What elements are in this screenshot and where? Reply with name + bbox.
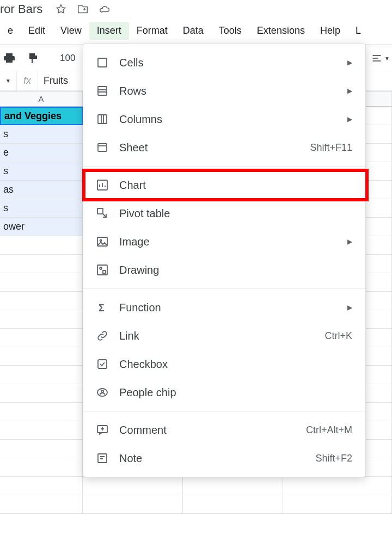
cell[interactable]: ower xyxy=(0,218,83,236)
insert-people-chip[interactable]: People chip xyxy=(83,378,365,407)
chevron-right-icon: ▶ xyxy=(347,304,352,311)
people-icon xyxy=(95,385,109,399)
cell[interactable] xyxy=(0,292,83,310)
svg-point-9 xyxy=(100,267,102,269)
doc-title[interactable]: ror Bars xyxy=(0,2,42,16)
drawing-icon xyxy=(95,263,109,277)
menu-shortcut: Ctrl+K xyxy=(324,330,352,342)
star-icon[interactable] xyxy=(54,3,68,16)
cell[interactable]: s xyxy=(0,125,83,144)
cell[interactable] xyxy=(0,495,83,514)
move-icon[interactable] xyxy=(76,3,89,16)
formula-input[interactable]: Fruits xyxy=(38,75,74,87)
pivot-icon xyxy=(95,206,109,220)
menu-insert[interactable]: Insert xyxy=(89,22,129,40)
menu-shortcut: Shift+F11 xyxy=(310,142,352,153)
insert-comment[interactable]: CommentCtrl+Alt+M xyxy=(83,416,365,444)
name-box[interactable]: ▼ xyxy=(0,71,17,90)
cell[interactable] xyxy=(83,477,183,495)
columns-icon xyxy=(95,112,109,126)
cell[interactable] xyxy=(0,366,83,384)
chart-icon xyxy=(95,178,109,192)
insert-menu: Cells▶Rows▶Columns▶SheetShift+F11ChartPi… xyxy=(83,44,366,477)
cell[interactable] xyxy=(0,255,83,273)
table-row xyxy=(0,495,392,514)
menu-shortcut: Shift+F2 xyxy=(315,453,352,464)
insert-image[interactable]: Image▶ xyxy=(83,227,365,256)
cell[interactable] xyxy=(183,477,283,495)
menu-item-label: Function xyxy=(119,302,338,314)
insert-link[interactable]: LinkCtrl+K xyxy=(83,322,365,350)
cell[interactable] xyxy=(0,329,83,347)
col-header-A[interactable]: A xyxy=(0,91,83,107)
zoom-select[interactable]: 100 xyxy=(60,53,75,64)
menu-help[interactable]: Help xyxy=(313,22,348,40)
svg-point-7 xyxy=(100,240,102,242)
link-icon xyxy=(95,329,109,343)
cell[interactable] xyxy=(0,236,83,255)
image-icon xyxy=(95,235,109,249)
svg-rect-2 xyxy=(98,115,107,124)
menu-e[interactable]: e xyxy=(0,22,21,40)
svg-rect-12 xyxy=(98,360,107,368)
cell[interactable] xyxy=(283,495,392,514)
fx-label: fx xyxy=(17,71,38,90)
align-button[interactable]: ▼ xyxy=(371,53,390,64)
chevron-right-icon: ▶ xyxy=(347,238,352,245)
insert-pivot-table[interactable]: Pivot table xyxy=(83,199,365,227)
menu-item-label: Drawing xyxy=(119,264,352,276)
insert-drawing[interactable]: Drawing xyxy=(83,256,365,284)
insert-function[interactable]: ΣFunction▶ xyxy=(83,293,365,322)
cell[interactable]: e xyxy=(0,144,83,162)
svg-rect-6 xyxy=(97,237,107,246)
insert-note[interactable]: NoteShift+F2 xyxy=(83,444,365,472)
cell[interactable]: and Veggies xyxy=(0,107,83,125)
cell[interactable] xyxy=(0,421,83,440)
comment-icon xyxy=(95,423,109,437)
menu-item-label: Columns xyxy=(119,113,338,126)
menu-data[interactable]: Data xyxy=(175,22,211,40)
menu-tools[interactable]: Tools xyxy=(211,22,249,40)
insert-chart[interactable]: Chart xyxy=(83,171,365,199)
cell[interactable] xyxy=(0,440,83,458)
cell[interactable] xyxy=(0,403,83,421)
svg-rect-10 xyxy=(103,270,106,273)
menu-l[interactable]: L xyxy=(348,22,369,40)
paint-format-icon[interactable] xyxy=(26,51,40,65)
menu-extensions[interactable]: Extensions xyxy=(249,22,313,40)
insert-sheet[interactable]: SheetShift+F11 xyxy=(83,133,365,162)
cell[interactable] xyxy=(0,384,83,403)
insert-columns[interactable]: Columns▶ xyxy=(83,105,365,133)
cell[interactable] xyxy=(0,458,83,477)
menu-item-label: Checkbox xyxy=(119,358,352,371)
cell[interactable]: s xyxy=(0,199,83,218)
cell[interactable] xyxy=(183,495,283,514)
menu-item-label: Link xyxy=(119,330,315,342)
cell[interactable] xyxy=(83,495,183,514)
cell[interactable] xyxy=(0,347,83,366)
insert-rows[interactable]: Rows▶ xyxy=(83,77,365,105)
cell[interactable]: as xyxy=(0,181,83,199)
menu-shortcut: Ctrl+Alt+M xyxy=(306,425,352,436)
menu-edit[interactable]: Edit xyxy=(21,22,53,40)
cell[interactable] xyxy=(283,477,392,495)
menu-item-label: Image xyxy=(119,236,338,248)
cloud-icon[interactable] xyxy=(98,3,111,16)
sheet-icon xyxy=(95,140,109,155)
menu-separator xyxy=(83,411,365,411)
menu-view[interactable]: View xyxy=(53,22,89,40)
checkbox-icon xyxy=(95,357,109,371)
menubar: eEditViewInsertFormatDataToolsExtensions… xyxy=(0,22,392,44)
menu-item-label: Cells xyxy=(119,57,338,69)
cell[interactable] xyxy=(0,310,83,329)
cell[interactable] xyxy=(0,273,83,292)
cell[interactable] xyxy=(0,477,83,495)
menu-item-label: Pivot table xyxy=(119,207,352,220)
menu-item-label: Chart xyxy=(119,179,352,192)
cell[interactable]: s xyxy=(0,162,83,181)
insert-checkbox[interactable]: Checkbox xyxy=(83,350,365,378)
menu-format[interactable]: Format xyxy=(129,22,175,40)
print-icon[interactable] xyxy=(2,51,16,65)
svg-point-14 xyxy=(101,390,103,392)
insert-cells[interactable]: Cells▶ xyxy=(83,48,365,77)
